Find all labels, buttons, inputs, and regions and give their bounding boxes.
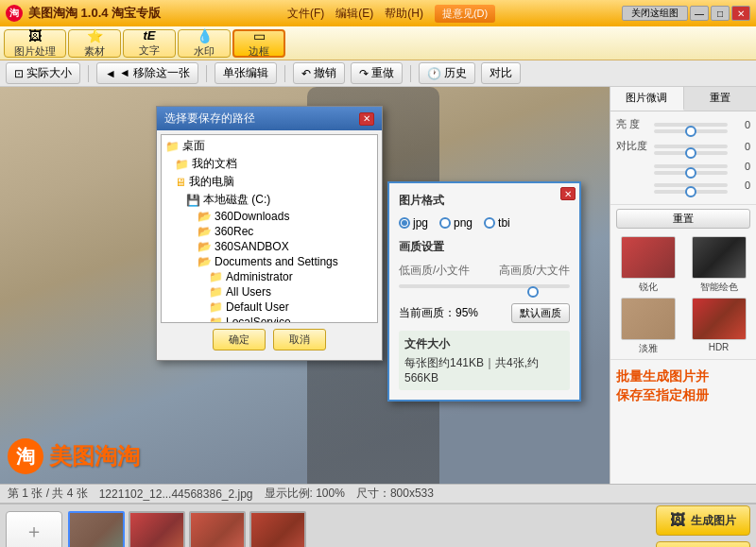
thumbnail-1[interactable] [68, 511, 125, 548]
thumb-img-1 [70, 513, 123, 548]
canvas-area: 选择要保存的路径 ✕ 📁 桌面 📁 我的文档 🖥 我的电脑 [0, 87, 610, 484]
compare-button[interactable]: 对比 [481, 62, 521, 84]
watermark-icon: 💧 [197, 28, 213, 43]
add-image-button[interactable]: ＋ 添加图片 [6, 511, 62, 548]
single-edit-button[interactable]: 单张编辑 [215, 62, 277, 84]
menu-help[interactable]: 帮助(H) [385, 6, 423, 22]
close-button[interactable]: ✕ [731, 6, 750, 21]
file-tree[interactable]: 📁 桌面 📁 我的文档 🖥 我的电脑 💾 本地磁盘 (C:) [161, 134, 378, 323]
toolbar-text[interactable]: tE 文字 [123, 29, 176, 58]
history-icon: 🕐 [427, 67, 441, 80]
dimensions-label: 尺寸：800x533 [356, 486, 434, 502]
tree-item-360dl[interactable]: 📂 360Downloads [163, 209, 375, 224]
undo-button[interactable]: ↶ 撤销 [293, 62, 345, 84]
actual-size-button[interactable]: ⊡ 实际大小 [6, 62, 80, 84]
tree-item-admin[interactable]: 📁 Administrator [163, 269, 375, 284]
toolbar-border[interactable]: ▭ 边框 [232, 29, 285, 58]
tree-item-mydocs[interactable]: 📁 我的文档 [163, 155, 375, 173]
toolbar-material[interactable]: ⭐ 素材 [68, 29, 121, 58]
folder-icon: 📁 [209, 300, 223, 314]
effect-smart-color[interactable]: 智能绘色 [685, 236, 752, 294]
taobao-brand-text: 美图淘淘 [49, 441, 140, 471]
close-group-button[interactable]: 关闭这组图 [622, 6, 688, 21]
app-logo: 淘 [6, 5, 23, 22]
menu-file[interactable]: 文件(F) [287, 6, 324, 22]
undo-icon: ↶ [301, 67, 311, 80]
elegant-label: 淡雅 [639, 342, 658, 355]
page-indicator: 第 1 张 / 共 4 张 [8, 486, 88, 502]
effect-elegant[interactable]: 淡雅 [614, 298, 681, 355]
tree-item-mycomputer[interactable]: 🖥 我的电脑 [163, 173, 375, 191]
format-tbi-option[interactable]: tbi [484, 216, 510, 230]
format-dialog-close-button[interactable]: ✕ [560, 187, 576, 200]
jpg-radio[interactable] [399, 217, 410, 229]
file-dialog-ok-button[interactable]: 确定 [213, 329, 266, 350]
tree-item-desktop[interactable]: 📁 桌面 [163, 137, 375, 155]
tree-item-docssettings[interactable]: 📂 Documents and Settings [163, 254, 375, 269]
tab-adjust[interactable]: 图片微调 [610, 87, 684, 111]
quality-current-row: 当前画质：95% 默认画质 [399, 303, 570, 323]
brightness-input[interactable] [654, 129, 728, 133]
toolbar-border-label: 边框 [249, 44, 269, 59]
thumbnail-strip [68, 511, 650, 548]
thumb-img-3 [191, 513, 244, 548]
file-dialog-cancel-button[interactable]: 取消 [273, 329, 326, 350]
redo-button[interactable]: ↷ 重做 [351, 62, 403, 84]
folder-icon: 📁 [209, 285, 223, 299]
title-menu: 文件(F) 编辑(E) 帮助(H) 提意见(D) [287, 5, 495, 23]
history-button[interactable]: 🕐 历史 [419, 62, 475, 84]
toolbar-separator2 [206, 65, 207, 82]
adjust-slider4[interactable] [654, 183, 728, 187]
tree-item-360rec[interactable]: 📂 360Rec [163, 224, 375, 239]
tree-item-cdrive[interactable]: 💾 本地磁盘 (C:) [163, 191, 375, 209]
tree-item-allusers[interactable]: 📁 All Users [163, 284, 375, 299]
feedback-button[interactable]: 提意见(D) [435, 5, 495, 23]
quality-title: 画质设置 [399, 239, 570, 255]
batch-description: 批量生成图片并保存至指定相册 [610, 359, 756, 412]
thumbnail-4[interactable] [249, 511, 306, 548]
file-dialog-close-button[interactable]: ✕ [359, 112, 374, 126]
effect-sharpen[interactable]: 锐化 [614, 236, 681, 294]
adjust-value3: 0 [731, 161, 750, 172]
img-process-icon: 🖼 [28, 28, 42, 43]
tab-reset[interactable]: 重置 [684, 87, 757, 111]
png-radio[interactable] [439, 217, 451, 229]
menu-edit[interactable]: 编辑(E) [335, 6, 373, 22]
folder-icon: 📁 [209, 316, 223, 323]
adjust-input4[interactable] [654, 190, 728, 194]
contrast-slider[interactable] [654, 145, 728, 148]
toolbar-text-label: 文字 [139, 43, 160, 58]
upload-button[interactable]: ⬆ 上传 [656, 541, 750, 547]
maximize-button[interactable]: □ [711, 6, 730, 21]
toolbar-img-process[interactable]: 🖼 图片处理 [4, 29, 66, 58]
thumbnail-3[interactable] [189, 511, 246, 548]
format-jpg-option[interactable]: jpg [399, 216, 428, 230]
adjust-row4: 0 [616, 179, 750, 191]
reset-button[interactable]: 重置 [616, 209, 750, 229]
generate-button[interactable]: 🖼 生成图片 [656, 505, 750, 536]
brightness-slider[interactable] [654, 123, 728, 127]
tree-item-default[interactable]: 📁 Default User [163, 299, 375, 315]
tbi-radio[interactable] [484, 217, 495, 229]
prev-img-button[interactable]: ◄ ◄ 移除这一张 [96, 62, 198, 84]
effect-hdr[interactable]: HDR [685, 298, 752, 355]
tree-item-localsvc[interactable]: 📁 LocalService [163, 315, 375, 323]
format-title: 图片格式 [399, 193, 570, 209]
quality-thumb[interactable] [527, 286, 539, 298]
format-png-option[interactable]: png [439, 216, 472, 230]
thumbnail-2[interactable] [129, 511, 185, 548]
default-quality-button[interactable]: 默认画质 [511, 303, 570, 323]
add-icon: ＋ [25, 519, 43, 544]
main-toolbar: 🖼 图片处理 ⭐ 素材 tE 文字 💧 水印 ▭ 边框 [0, 26, 756, 60]
minimize-button[interactable]: — [690, 6, 709, 21]
contrast-input[interactable] [654, 151, 728, 155]
thumb-img-2 [130, 513, 183, 548]
redo-icon: ↷ [359, 67, 369, 80]
toolbar-watermark[interactable]: 💧 水印 [178, 29, 231, 58]
border-icon: ▭ [253, 28, 266, 43]
tree-item-360sb[interactable]: 📂 360SANDBOX [163, 239, 375, 254]
adjust-input3[interactable] [654, 171, 728, 175]
effects-section: 锐化 智能绘色 淡雅 HDR [610, 232, 756, 359]
adjust-value4: 0 [731, 179, 750, 191]
adjust-slider3[interactable] [654, 164, 728, 168]
